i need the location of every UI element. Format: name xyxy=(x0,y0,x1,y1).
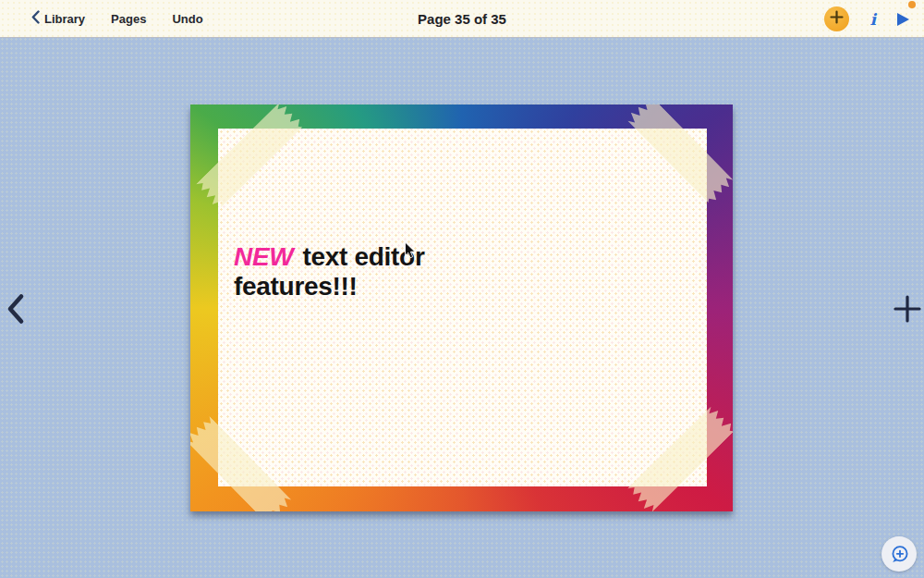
page-indicator: Page 35 of 35 xyxy=(418,11,506,27)
recording-dot xyxy=(908,1,916,8)
feedback-chat-button[interactable] xyxy=(881,536,917,572)
back-chevron-icon xyxy=(31,10,40,27)
chat-plus-icon xyxy=(889,544,910,565)
add-content-button[interactable] xyxy=(824,6,849,31)
plus-icon xyxy=(830,10,844,28)
toolbar-left-group: Library Pages Undo xyxy=(0,10,203,27)
top-toolbar: Library Pages Undo Page 35 of 35 i xyxy=(0,0,924,38)
back-to-library-button[interactable]: Library xyxy=(31,10,85,27)
plus-icon xyxy=(894,295,921,323)
undo-button-label: Undo xyxy=(172,12,202,26)
chevron-left-icon xyxy=(6,293,26,325)
pages-button-label: Pages xyxy=(111,12,146,26)
undo-button[interactable]: Undo xyxy=(172,12,202,26)
page-heading-text[interactable]: NEWtext editor features!!! xyxy=(234,242,425,301)
book-page[interactable]: NEWtext editor features!!! xyxy=(190,105,733,511)
heading-line-2: features!!! xyxy=(234,272,425,301)
add-page-arrow[interactable] xyxy=(894,295,921,326)
heading-highlight: NEW xyxy=(234,242,293,271)
pages-button[interactable]: Pages xyxy=(111,12,146,26)
play-button[interactable] xyxy=(897,13,909,26)
info-button[interactable]: i xyxy=(870,10,876,29)
heading-line-1: NEWtext editor xyxy=(234,242,425,272)
previous-page-arrow[interactable] xyxy=(6,293,26,328)
paper-background xyxy=(218,129,707,486)
back-button-label: Library xyxy=(44,12,85,26)
heading-rest: text editor xyxy=(302,242,424,271)
toolbar-right-group: i xyxy=(824,0,909,38)
